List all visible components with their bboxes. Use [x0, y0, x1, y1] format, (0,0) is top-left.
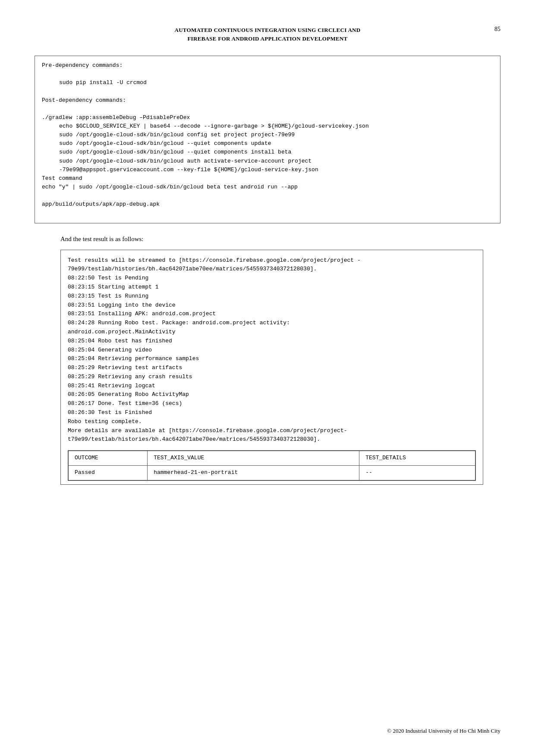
code-line: sudo /opt/google-cloud-sdk/bin/gcloud --… — [42, 148, 493, 157]
table-cell-details: -- — [359, 466, 475, 480]
result-line: 08:23:51 Logging into the device — [68, 301, 476, 310]
header-title: AUTOMATED CONTINUOUS INTEGRATION USING C… — [35, 26, 483, 43]
code-line: sudo /opt/google-cloud-sdk/bin/gcloud --… — [42, 139, 493, 148]
result-line: 08:22:50 Test is Pending — [68, 274, 476, 283]
result-line: 08:26:17 Done. Test time=36 (secs) — [68, 399, 476, 408]
code-line: Test command — [42, 174, 493, 183]
code-line: echo "y" | sudo /opt/google-cloud-sdk/bi… — [42, 183, 493, 191]
page-number: 85 — [483, 26, 500, 33]
result-line: 08:23:15 Starting attempt 1 — [68, 283, 476, 292]
code-line: -79e99@appspot.gserviceaccount.com --key… — [42, 166, 493, 174]
result-line: 08:25:04 Retrieving performance samples — [68, 354, 476, 364]
table-header-axis: TEST_AXIS_VALUE — [148, 451, 359, 466]
result-line: 08:23:51 Installing APK: android.com.pro… — [68, 310, 476, 319]
result-line: 08:25:41 Retrieving logcat — [68, 382, 476, 391]
header-title-line1: AUTOMATED CONTINUOUS INTEGRATION USING C… — [52, 26, 483, 35]
table-row: Passed hammerhead-21-en-portrait -- — [69, 466, 475, 480]
code-line: sudo /opt/google-cloud-sdk/bin/gcloud co… — [42, 131, 493, 139]
result-line: 08:25:29 Retrieving any crash results — [68, 373, 476, 382]
result-line: More details are available at [https://c… — [68, 427, 476, 436]
code-line: ./gradlew :app:assembleDebug –PdisablePr… — [42, 113, 493, 122]
result-line: 08:23:15 Test is Running — [68, 292, 476, 301]
result-table: OUTCOME TEST_AXIS_VALUE TEST_DETAILS Pas… — [68, 451, 475, 480]
footer: © 2020 Industrial University of Ho Chi M… — [387, 728, 500, 734]
code-line: sudo /opt/google-cloud-sdk/bin/gcloud au… — [42, 157, 493, 166]
result-line: 79e99/testlab/histories/bh.4ac642071abe7… — [68, 265, 476, 274]
result-block: Test results will be streamed to [https:… — [60, 250, 483, 485]
footer-text: © 2020 Industrial University of Ho Chi M… — [387, 728, 500, 734]
result-line: Test results will be streamed to [https:… — [68, 256, 476, 265]
code-line: echo $GCLOUD_SERVICE_KEY | base64 --deco… — [42, 122, 493, 131]
page-header: AUTOMATED CONTINUOUS INTEGRATION USING C… — [35, 26, 500, 43]
code-line: Post-dependency commands: — [42, 96, 493, 105]
result-line: Robo testing complete. — [68, 417, 476, 427]
table-cell-outcome: Passed — [69, 466, 148, 480]
code-line: sudo pip install -U crcmod — [42, 78, 493, 87]
result-line: 08:24:28 Running Robo test. Package: and… — [68, 319, 476, 328]
result-line: 08:26:05 Generating Robo ActivityMap — [68, 390, 476, 399]
table-header-outcome: OUTCOME — [69, 451, 148, 466]
result-line: android.com.project.MainActivity — [68, 328, 476, 337]
code-line: Pre-dependency commands: — [42, 61, 493, 70]
result-line: 08:25:29 Retrieving test artifacts — [68, 364, 476, 373]
code-line — [42, 87, 493, 96]
page: AUTOMATED CONTINUOUS INTEGRATION USING C… — [0, 0, 535, 756]
table-header-details: TEST_DETAILS — [359, 451, 475, 466]
result-line: 08:26:30 Test is Finished — [68, 408, 476, 417]
result-line: 08:25:04 Robo test has finished — [68, 337, 476, 346]
section-label: And the test result is as follows: — [35, 235, 500, 243]
code-block: Pre-dependency commands: sudo pip instal… — [35, 56, 500, 223]
result-line: 08:25:04 Generating video — [68, 346, 476, 355]
header-title-line2: FIREBASE FOR ANDROID APPLICATION DEVELOP… — [52, 35, 483, 43]
code-line — [42, 70, 493, 78]
code-line — [42, 105, 493, 113]
code-line — [42, 209, 493, 217]
result-line: t79e99/testlab/histories/bh.4ac642071abe… — [68, 435, 476, 444]
code-line — [42, 191, 493, 200]
table-cell-axis: hammerhead-21-en-portrait — [148, 466, 359, 480]
result-table-wrapper: OUTCOME TEST_AXIS_VALUE TEST_DETAILS Pas… — [68, 450, 476, 481]
code-line: app/build/outputs/apk/app-debug.apk — [42, 200, 493, 209]
